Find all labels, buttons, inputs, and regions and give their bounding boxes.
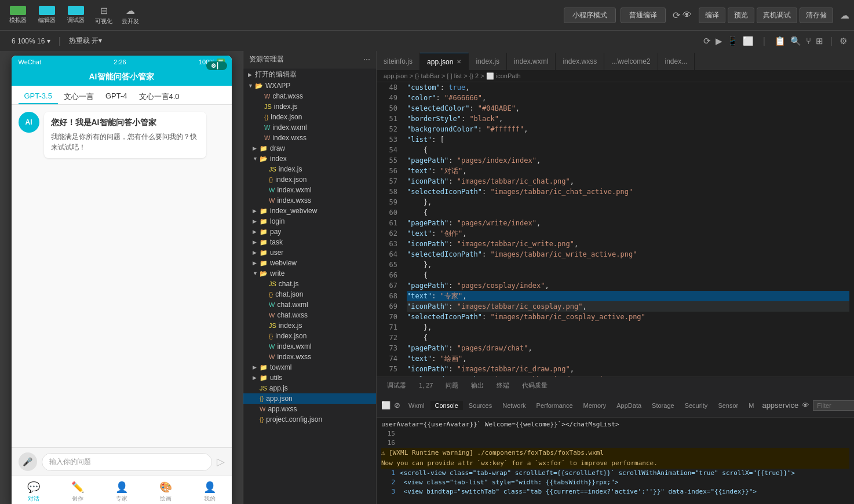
debug-btn[interactable]: 调试器 <box>63 5 89 25</box>
console-tab-security[interactable]: Security <box>680 401 713 410</box>
phone-small-icon[interactable]: 📱 <box>727 36 738 46</box>
cloud-btn[interactable]: ☁ 云开发 <box>118 4 143 27</box>
folder-draw[interactable]: ▶ 📁 draw <box>243 143 376 154</box>
settings-icon[interactable]: ⚙ <box>840 36 847 46</box>
folder-utils[interactable]: ▶ 📁 utils <box>243 372 376 383</box>
phone-nav-mine[interactable]: 👤 我的 <box>188 476 232 504</box>
file-chat-wxss[interactable]: W chat.wxss <box>243 91 376 101</box>
editor-btn[interactable]: 编辑器 <box>34 5 60 25</box>
phone-tab-gpt4[interactable]: GPT-4 <box>100 89 133 104</box>
folder-index[interactable]: ▼ 📂 index <box>243 154 376 164</box>
preview-icon[interactable]: 👁 <box>683 10 692 20</box>
clear-storage-button[interactable]: 清存储 <box>800 8 833 23</box>
tab-output[interactable]: 输出 <box>465 380 490 391</box>
file-chat-wxml[interactable]: W chat.wxml <box>243 300 376 310</box>
console-tab-console[interactable]: Console <box>430 401 463 410</box>
console-tab-sensor[interactable]: Sensor <box>713 401 743 410</box>
upload-icon[interactable]: ☁ <box>840 10 849 21</box>
tab-index-wxss[interactable]: index.wxss <box>556 53 604 70</box>
console-tab-sources[interactable]: Sources <box>464 401 497 410</box>
code-editor[interactable]: 4849505152535455565758596061626364656667… <box>377 82 854 377</box>
grid-icon[interactable]: ⊞ <box>816 36 823 46</box>
file-app-json[interactable]: {} app.json <box>243 393 376 404</box>
file-chat-wxss2[interactable]: W chat.wxss <box>243 310 376 320</box>
console-tab-memory[interactable]: Memory <box>579 401 611 410</box>
tab-problems[interactable]: 问题 <box>440 380 464 391</box>
file-app-wxss[interactable]: W app.wxss <box>243 404 376 414</box>
send-button[interactable]: ▷ <box>217 455 225 468</box>
file-index-js[interactable]: JS index.js <box>243 164 376 174</box>
branch-icon[interactable]: ⑂ <box>806 36 811 46</box>
folder-pay[interactable]: ▶ 📁 pay <box>243 227 376 237</box>
console-clear-icon[interactable]: ⊘ <box>394 401 400 410</box>
hot-reload-btn[interactable]: 热重载 开▾ <box>64 35 107 47</box>
phone-nav-dialog[interactable]: 💬 对话 <box>12 476 56 504</box>
phone-nav-draw[interactable]: 🎨 绘画 <box>144 476 188 504</box>
console-tab-performance[interactable]: Performance <box>532 401 578 410</box>
console-tab-m[interactable]: M <box>744 401 758 410</box>
console-tab-wxml[interactable]: Wxml <box>404 401 429 410</box>
tab-terminal[interactable]: 终端 <box>491 380 515 391</box>
folder-user[interactable]: ▶ 📁 user <box>243 247 376 258</box>
folder-task[interactable]: ▶ 📁 task <box>243 237 376 247</box>
console-tab-appdata[interactable]: AppData <box>612 401 646 410</box>
folder-write[interactable]: ▼ 📂 write <box>243 268 376 279</box>
tab-index-wxml[interactable]: index.wxml <box>507 53 556 70</box>
phone-tab-wenxin[interactable]: 文心一言 <box>58 89 100 104</box>
tab-welcome2[interactable]: ...\welcome2 <box>604 53 658 70</box>
open-editors-toggle[interactable]: ▶ 打开的编辑器 <box>243 68 376 81</box>
file-write-index-wxml[interactable]: W index.wxml <box>243 341 376 352</box>
tab-codequality[interactable]: 代码质量 <box>516 380 553 391</box>
file-write-index-js[interactable]: JS index.js <box>243 320 376 331</box>
file-index-wxss-chat[interactable]: W index.wxss <box>243 133 376 143</box>
square-icon[interactable]: ⬜ <box>743 36 754 46</box>
tab-position[interactable]: 1, 27 <box>413 381 439 390</box>
real-test-button[interactable]: 真机调试 <box>757 8 797 23</box>
mode-button[interactable]: 小程序模式 <box>564 8 616 23</box>
explorer-menu-icon[interactable]: ⋯ <box>363 56 370 64</box>
file-chat-json[interactable]: {} chat.json <box>243 289 376 300</box>
file-write-index-wxss[interactable]: W index.wxss <box>243 352 376 362</box>
code-content[interactable]: "custom": true, "color": "#666666", "sel… <box>402 82 854 377</box>
folder-towxml[interactable]: ▶ 📁 towxml <box>243 362 376 372</box>
tab-close-icon[interactable]: ✕ <box>457 59 461 65</box>
console-eye-icon[interactable]: 👁 <box>802 401 809 410</box>
play-icon[interactable]: ▶ <box>716 36 722 46</box>
file-index-json-chat[interactable]: {} index.json <box>243 112 376 122</box>
file-project-config-json[interactable]: {} project.config.json <box>243 414 376 425</box>
phone-nav-expert[interactable]: 👤 专家 <box>100 476 144 504</box>
search-small-icon[interactable]: 🔍 <box>790 36 801 46</box>
phone-tab-wenxin4[interactable]: 文心一言4.0 <box>133 89 185 104</box>
scale-selector[interactable]: 6 100% 16 ▾ <box>7 36 55 46</box>
tab-index-last[interactable]: index... <box>658 53 695 70</box>
tab-app-json[interactable]: app.json ✕ <box>420 53 469 70</box>
file-app-js[interactable]: JS app.js <box>243 383 376 393</box>
file-index-js-chat[interactable]: JS index.js <box>243 101 376 112</box>
phone-input-field[interactable]: 输入你的问题 <box>42 453 212 471</box>
translate-button[interactable]: 普通编译 <box>621 8 666 23</box>
file-chat-js[interactable]: JS chat.js <box>243 279 376 289</box>
clipboard-icon[interactable]: 📋 <box>775 36 786 46</box>
visual-btn[interactable]: ⊟ 可视化 <box>92 4 116 27</box>
file-index-json[interactable]: {} index.json <box>243 174 376 185</box>
file-index-wxss[interactable]: W index.wxss <box>243 195 376 206</box>
phone-toggle-btn[interactable]: ⚙ ▏ <box>206 61 227 70</box>
mic-button[interactable]: 🎤 <box>19 452 37 471</box>
file-index-wxml-chat[interactable]: W index.wxml <box>243 122 376 133</box>
folder-webview[interactable]: ▶ 📁 webview <box>243 258 376 268</box>
tab-debugger[interactable]: 调试器 <box>381 380 412 391</box>
console-tab-storage[interactable]: Storage <box>647 401 679 410</box>
console-filter-input[interactable] <box>813 400 854 411</box>
tab-siteinfo[interactable]: siteinfo.js <box>377 53 420 70</box>
phone-tab-gpt35[interactable]: GPT-3.5 <box>19 89 58 104</box>
folder-login[interactable]: ▶ 📁 login <box>243 216 376 227</box>
simulator-btn[interactable]: 模拟器 <box>5 5 31 25</box>
console-expand-icon[interactable]: ⬜ <box>381 401 390 410</box>
tab-index-js[interactable]: index.js <box>469 53 507 70</box>
file-write-index-json[interactable]: {} index.json <box>243 331 376 341</box>
phone-nav-create[interactable]: ✏️ 创作 <box>56 476 100 504</box>
compile-button[interactable]: 编译 <box>699 8 725 23</box>
wxapp-toggle[interactable]: ▼ 📂 WXAPP <box>243 81 376 91</box>
refresh-small-icon[interactable]: ⟳ <box>703 36 711 46</box>
refresh-icon[interactable]: ⟳ <box>673 10 680 21</box>
